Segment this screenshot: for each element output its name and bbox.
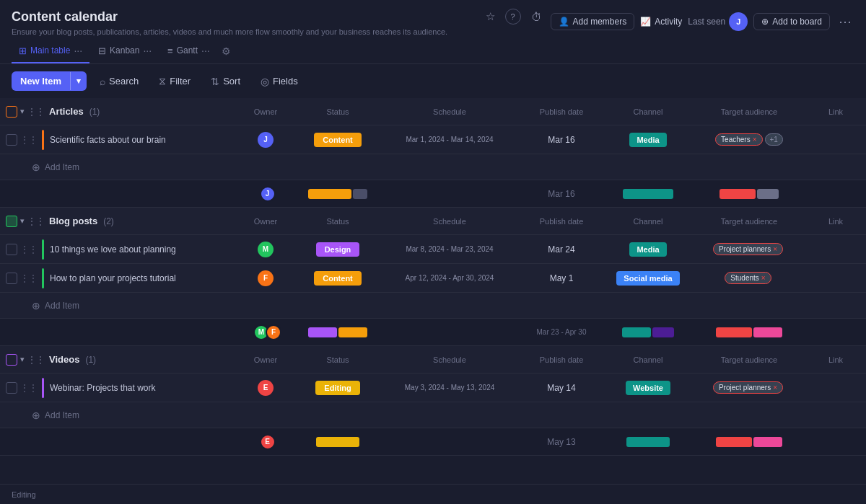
col-header-publish-2: Publish date bbox=[518, 217, 605, 226]
summary-status bbox=[294, 189, 381, 199]
status-pill: Design bbox=[316, 242, 360, 257]
add-item-videos[interactable]: ⊕ Add Item bbox=[0, 402, 866, 428]
new-item-button[interactable]: New Item ▾ bbox=[12, 71, 87, 91]
tag-remove-icon[interactable]: × bbox=[761, 274, 766, 282]
channel-pill: Media bbox=[629, 133, 666, 147]
status-bar: Editing bbox=[0, 484, 866, 504]
owner-avatar: F bbox=[258, 270, 274, 286]
search-icon: ⌕ bbox=[100, 76, 105, 87]
tag-teachers[interactable]: Teachers × bbox=[715, 133, 762, 146]
tab-gantt[interactable]: ≡ Gantt ··· bbox=[160, 39, 217, 63]
blog-posts-header-row: ▾ ⋮⋮ Blog posts (2) Owner Status Schedul… bbox=[0, 208, 866, 235]
row-checkbox[interactable] bbox=[6, 244, 17, 255]
item-title[interactable]: 10 things we love about planning bbox=[50, 244, 237, 255]
target-cell: Teachers × +1 bbox=[691, 133, 807, 146]
add-item-blog-posts[interactable]: ⊕ Add Item bbox=[0, 293, 866, 319]
item-title[interactable]: Scientific facts about our brain bbox=[50, 135, 237, 145]
summary-channel-3 bbox=[605, 437, 691, 447]
row-checkbox[interactable] bbox=[6, 273, 17, 284]
videos-summary-row: E May 13 bbox=[0, 428, 866, 456]
videos-drag-icon: ⋮⋮ bbox=[27, 355, 45, 365]
summary-owner: J bbox=[237, 186, 294, 202]
info-icon[interactable]: ? bbox=[505, 9, 521, 25]
fields-button[interactable]: ◎ Fields bbox=[253, 72, 305, 91]
status-pill: Content bbox=[314, 133, 362, 147]
row-drag-icon: ⋮⋮ bbox=[20, 135, 38, 145]
add-to-board-button[interactable]: ⊕ Add to board bbox=[753, 13, 830, 30]
tag-project-planners[interactable]: Project planners × bbox=[713, 243, 783, 255]
tag-remove-icon[interactable]: × bbox=[753, 136, 757, 143]
summary-channel bbox=[605, 189, 691, 199]
table-row: ⋮⋮ Webinar: Projects that work E Editing… bbox=[0, 373, 866, 402]
blog-posts-title: Blog posts bbox=[49, 216, 97, 226]
summary-target-2 bbox=[691, 327, 807, 337]
main-table-dots[interactable]: ··· bbox=[74, 45, 82, 56]
articles-summary-row: J Mar 16 bbox=[0, 180, 866, 208]
tag-remove-icon[interactable]: × bbox=[773, 384, 777, 392]
schedule-cell: Mar 8, 2024 - Mar 23, 2024 bbox=[381, 245, 518, 253]
tab-kanban[interactable]: ⊟ Kanban ··· bbox=[91, 39, 159, 63]
add-members-button[interactable]: 👤 Add members bbox=[551, 13, 635, 30]
status-cell[interactable]: Editing bbox=[294, 381, 381, 395]
summary-channel-2 bbox=[605, 327, 691, 337]
table-row: ⋮⋮ 10 things we love about planning M De… bbox=[0, 235, 866, 264]
row-checkbox[interactable] bbox=[6, 134, 17, 146]
channel-cell[interactable]: Media bbox=[605, 133, 691, 147]
summary-bar-design bbox=[308, 327, 337, 337]
item-title[interactable]: How to plan your projects tutorial bbox=[50, 273, 237, 283]
kanban-dots[interactable]: ··· bbox=[143, 45, 152, 56]
blog-posts-checkbox[interactable] bbox=[6, 216, 17, 227]
item-title[interactable]: Webinar: Projects that work bbox=[50, 383, 237, 393]
col-header-schedule: Schedule bbox=[381, 107, 518, 116]
row-color-bar bbox=[42, 239, 44, 260]
app-subtitle: Ensure your blog posts, publications, ar… bbox=[12, 27, 545, 36]
channel-cell[interactable]: Social media bbox=[605, 271, 691, 286]
videos-chevron-icon[interactable]: ▾ bbox=[20, 355, 25, 364]
tag-remove-icon[interactable]: × bbox=[773, 245, 777, 253]
status-cell[interactable]: Content bbox=[294, 271, 381, 286]
owner-cell: E bbox=[237, 380, 294, 396]
summary-bar-editing bbox=[316, 437, 359, 447]
last-seen-avatar: J bbox=[729, 12, 748, 31]
schedule-cell: Apr 12, 2024 - Apr 30, 2024 bbox=[381, 274, 518, 282]
sort-button[interactable]: ⇅ Sort bbox=[204, 72, 248, 91]
blog-posts-count: (2) bbox=[103, 216, 114, 226]
status-cell[interactable]: Content bbox=[294, 133, 381, 147]
gantt-dots[interactable]: ··· bbox=[201, 45, 210, 56]
filter-button[interactable]: ⧖ Filter bbox=[152, 71, 198, 91]
tab-main-table[interactable]: ⊞ Main table ··· bbox=[12, 39, 89, 63]
videos-checkbox[interactable] bbox=[6, 354, 17, 366]
row-drag-icon: ⋮⋮ bbox=[20, 273, 38, 283]
search-button[interactable]: ⌕ Search bbox=[92, 72, 146, 91]
row-color-bar bbox=[42, 130, 44, 150]
row-checkbox[interactable] bbox=[6, 382, 17, 394]
tag-more[interactable]: +1 bbox=[765, 133, 783, 146]
col-header-target-2: Target audience bbox=[691, 217, 807, 226]
tag-students[interactable]: Students × bbox=[725, 272, 771, 284]
col-header-channel: Channel bbox=[605, 107, 691, 116]
publish-cell: May 14 bbox=[518, 383, 605, 393]
settings-icon[interactable]: ⚙ bbox=[222, 45, 231, 57]
target-cell: Project planners × bbox=[691, 381, 807, 394]
activity-button[interactable]: 📈 Activity bbox=[640, 17, 682, 27]
articles-checkbox[interactable] bbox=[6, 106, 17, 118]
col-header-publish-3: Publish date bbox=[518, 355, 605, 364]
kanban-icon: ⊟ bbox=[98, 45, 106, 56]
summary-publish-3: May 13 bbox=[518, 437, 605, 447]
articles-chevron-icon[interactable]: ▾ bbox=[20, 107, 25, 116]
add-item-label: Add Item bbox=[45, 410, 79, 420]
summary-bar-content bbox=[338, 327, 367, 337]
star-icon[interactable]: ☆ bbox=[483, 7, 498, 26]
channel-cell[interactable]: Website bbox=[605, 381, 691, 395]
new-item-dropdown-icon[interactable]: ▾ bbox=[70, 72, 87, 90]
more-options-icon[interactable]: ⋯ bbox=[836, 11, 854, 32]
status-cell[interactable]: Design bbox=[294, 242, 381, 257]
row-drag-icon: ⋮⋮ bbox=[20, 383, 38, 393]
add-item-icon: ⊕ bbox=[32, 162, 40, 173]
clock-icon[interactable]: ⏱ bbox=[528, 8, 545, 26]
channel-cell[interactable]: Media bbox=[605, 242, 691, 257]
add-item-articles[interactable]: ⊕ Add Item bbox=[0, 154, 866, 180]
app-header: Content calendar ☆ ? ⏱ Ensure your blog … bbox=[0, 0, 866, 39]
blog-posts-chevron-icon[interactable]: ▾ bbox=[20, 216, 25, 226]
tag-project-planners-2[interactable]: Project planners × bbox=[713, 381, 783, 394]
